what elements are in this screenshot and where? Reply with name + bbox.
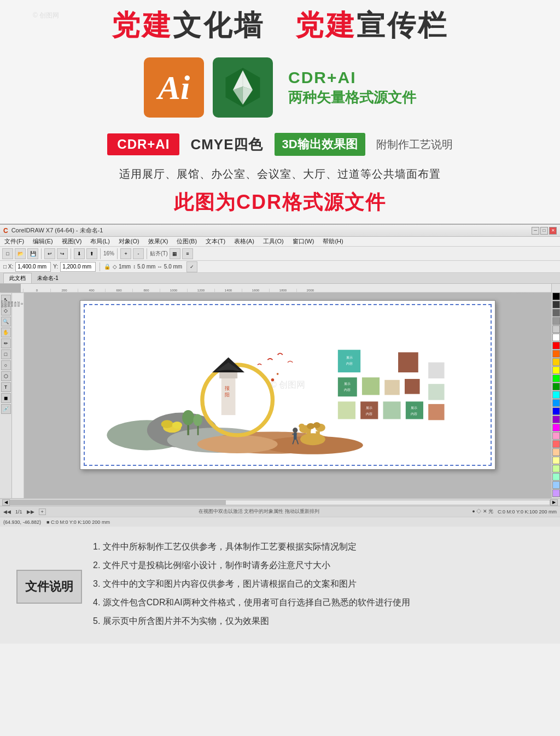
color-swatch-white[interactable] — [552, 334, 560, 341]
color-swatch[interactable] — [552, 481, 560, 489]
menu-window[interactable]: 窗口(W) — [290, 237, 317, 246]
ruler-mark: 1200 — [187, 289, 214, 292]
color-swatch[interactable] — [552, 399, 560, 407]
menu-layout[interactable]: 布局(L) — [88, 237, 112, 246]
zoom-out-button[interactable]: - — [133, 248, 144, 259]
color-swatch-green[interactable] — [552, 375, 560, 382]
color-swatch-magenta[interactable] — [552, 424, 560, 431]
pos-y-input[interactable] — [60, 262, 96, 272]
color-swatch-blue[interactable] — [552, 407, 560, 415]
pos-x-input[interactable] — [15, 262, 51, 272]
close-button[interactable]: ✕ — [549, 227, 557, 235]
new-button[interactable]: □ — [2, 248, 13, 259]
color-swatch[interactable] — [552, 448, 560, 456]
header-title: 党建文化墙 党建宣传栏 — [11, 10, 549, 41]
menu-view[interactable]: 视图(V) — [60, 237, 84, 246]
color-swatch[interactable] — [552, 489, 560, 497]
note-item-3: 3. 文件中的文字和图片内容仅供参考，图片请根据自己的文案和图片 — [93, 575, 544, 593]
color-swatch-yellow[interactable] — [552, 358, 560, 366]
color-swatch[interactable] — [552, 366, 560, 374]
color-swatch-red[interactable] — [552, 342, 560, 349]
save-button[interactable]: 💾 — [27, 248, 38, 259]
color-swatch[interactable] — [552, 317, 560, 325]
ruler-mark: 2000 — [296, 289, 324, 292]
menu-help[interactable]: 帮助(H) — [320, 237, 345, 246]
svg-point-61 — [277, 373, 279, 375]
tab-documents[interactable]: 此文档 — [3, 273, 32, 283]
ellipse-tool[interactable]: ○ — [1, 360, 11, 370]
note-item-4: 4. 源文件包含CDR和AI两种文件格式，使用者可自行选择自己熟悉的软件进行使用 — [93, 593, 544, 612]
svg-point-54 — [182, 410, 194, 425]
scroll-left-btn[interactable]: ◀ — [2, 499, 10, 506]
svg-point-26 — [299, 424, 305, 429]
color-swatch[interactable] — [552, 309, 560, 317]
color-swatch-black[interactable] — [552, 293, 560, 300]
menu-edit[interactable]: 编辑(E) — [31, 237, 55, 246]
svg-point-11 — [197, 435, 278, 453]
grid-button[interactable]: ≡ — [182, 248, 193, 259]
menu-tools[interactable]: 工具(O) — [261, 237, 286, 246]
menu-object[interactable]: 对象(O) — [116, 237, 142, 246]
color-swatch[interactable] — [552, 457, 560, 464]
tab-unnamed[interactable]: 未命名-1 — [32, 273, 64, 283]
page-nav-prev[interactable]: ◀◀ — [3, 509, 11, 515]
color-swatch[interactable] — [552, 465, 560, 472]
add-page-btn[interactable]: + — [39, 509, 46, 515]
svg-text:内容: 内容 — [411, 412, 417, 416]
cdr-icon — [213, 57, 273, 118]
color-swatch[interactable] — [552, 473, 560, 481]
minimize-button[interactable]: ─ — [532, 227, 539, 235]
redo-button[interactable]: ↪ — [57, 248, 68, 259]
zoom-tool[interactable]: 🔍 — [1, 317, 11, 326]
zoom-in-button[interactable]: + — [120, 248, 131, 259]
scroll-track[interactable] — [10, 500, 550, 505]
fill-tool[interactable]: ◼ — [1, 393, 11, 403]
pan-tool[interactable]: ✋ — [1, 328, 11, 337]
menu-text[interactable]: 文本(T) — [203, 237, 228, 246]
ruler-y-mark: 1200 — [1, 293, 4, 314]
status-bar: ◀◀ 1/1 ▶▶ + 在视图中双击以激活 文档中的对象属性 拖动以重新排列 ●… — [0, 506, 560, 517]
status-info-text: 在视图中双击以激活 文档中的对象属性 拖动以重新排列 — [46, 508, 472, 515]
text-tool[interactable]: T — [1, 382, 11, 392]
menu-bitmap[interactable]: 位图(B) — [174, 237, 199, 246]
menu-file[interactable]: 文件(F) — [2, 237, 26, 246]
freehand-tool[interactable]: ✏ — [1, 338, 11, 348]
page-nav-next[interactable]: ▶▶ — [27, 509, 34, 515]
note-item-2: 2. 文件尺寸是投稿比例缩小设计，制作时请务必注意尺寸大小 — [93, 556, 544, 575]
menu-effects[interactable]: 效果(X) — [146, 237, 171, 246]
page-canvas: 报 阳 — [80, 300, 495, 470]
scroll-right-btn[interactable]: ▶ — [550, 499, 558, 506]
undo-button[interactable]: ↩ — [44, 248, 55, 259]
polygon-tool[interactable]: ⬡ — [1, 371, 11, 381]
sep3 — [100, 248, 101, 259]
color-swatch[interactable] — [552, 325, 560, 333]
rect-tool[interactable]: □ — [1, 349, 11, 359]
apply-button[interactable]: ✓ — [186, 261, 197, 272]
snap-label: 贴齐(T) — [150, 250, 168, 258]
color-swatch-orange[interactable] — [552, 350, 560, 358]
snap-button[interactable]: ▦ — [170, 248, 180, 259]
open-button[interactable]: 📂 — [15, 248, 26, 259]
page-info: 1/1 — [15, 509, 22, 515]
import-button[interactable]: ⬇ — [74, 248, 85, 259]
color-swatch[interactable] — [552, 440, 560, 448]
color-swatch-cyan[interactable] — [552, 391, 560, 399]
svg-rect-52 — [428, 404, 444, 420]
color-swatch[interactable] — [552, 383, 560, 390]
color-swatch[interactable] — [552, 301, 560, 308]
canvas-area: 0 200 400 600 800 1000 1200 1400 1600 18… — [0, 284, 560, 498]
color-swatch[interactable] — [552, 432, 560, 440]
menu-table[interactable]: 表格(A) — [232, 237, 256, 246]
color-palette — [551, 284, 560, 498]
scroll-thumb[interactable] — [10, 500, 226, 505]
badge-3d: 3D输出效果图 — [275, 133, 365, 156]
color-swatch-purple[interactable] — [552, 416, 560, 423]
export-button[interactable]: ⬆ — [86, 248, 97, 259]
title-bar-controls[interactable]: ─ □ ✕ — [532, 227, 557, 235]
eyedropper-tool[interactable]: 💉 — [1, 404, 11, 414]
scroll-bar-area: ◀ ▶ — [0, 498, 560, 506]
format-line2: 两种矢量格式源文件 — [288, 88, 416, 107]
maximize-button[interactable]: □ — [540, 227, 548, 235]
svg-rect-14 — [219, 372, 237, 378]
info-bar: CDR+AI CMYE四色 3D输出效果图 附制作工艺说明 — [0, 127, 560, 163]
